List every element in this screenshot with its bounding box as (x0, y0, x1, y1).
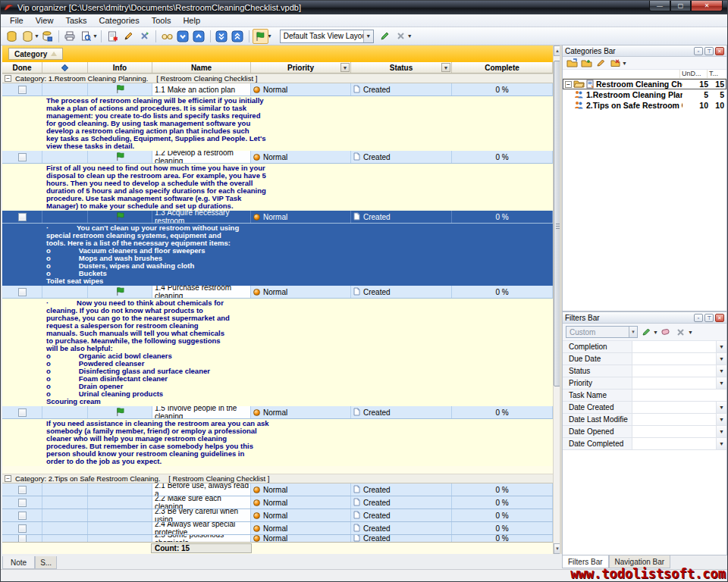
task-row[interactable]: 2.2 Make sure each cleaningNormalCreated… (2, 496, 553, 509)
name-cell[interactable]: 2.2 Make sure each cleaning (152, 496, 251, 508)
layout-combo[interactable]: Default Task View Layout ▼ (280, 30, 374, 43)
column-header-priority[interactable]: Priority▼ (251, 62, 351, 73)
task-row[interactable]: 1.1 Make an action planNormalCreated0 % (2, 83, 553, 96)
filter-value[interactable] (632, 402, 716, 413)
column-header-done[interactable]: Done (2, 62, 42, 73)
move-down-button[interactable] (175, 29, 191, 44)
status-cell[interactable]: Created (351, 211, 452, 223)
new-database-button[interactable] (4, 29, 20, 44)
task-row[interactable]: 2.4 Always wear special protectiveNormal… (2, 522, 553, 535)
done-checkbox[interactable] (18, 288, 27, 296)
categories-toolbar-overflow-icon[interactable]: ▼ (622, 61, 627, 66)
apply-filter-caret-icon[interactable]: ▼ (653, 330, 658, 335)
name-cell[interactable]: 2.5 Some poisonous chemicals (152, 535, 251, 542)
task-row[interactable]: 1.4 Purchase restroom cleaningNormalCrea… (2, 286, 553, 299)
layout-combo-dropdown-icon[interactable]: ▼ (363, 30, 373, 42)
status-cell[interactable]: Created (351, 483, 452, 496)
done-checkbox[interactable] (18, 524, 27, 533)
task-row[interactable]: 2.5 Some poisonous chemicalsNormalCreate… (2, 535, 553, 542)
status-cell[interactable]: Created (351, 496, 452, 508)
task-row[interactable]: 2.3 Be very careful when usingNormalCrea… (2, 509, 553, 522)
priority-cell[interactable]: Normal (251, 483, 351, 496)
categories-close-button[interactable]: ✕ (715, 47, 724, 55)
status-cell[interactable]: Created (351, 535, 452, 542)
status-cell[interactable]: Created (351, 286, 452, 298)
categories-pin-button[interactable]: ⊤ (704, 47, 714, 55)
delete-filter-button[interactable] (675, 327, 687, 337)
task-row[interactable]: 1.2 Develop a restroom cleaningNormalCre… (2, 151, 553, 164)
filter-dropdown-icon[interactable]: ▼ (716, 365, 726, 377)
priority-cell[interactable]: Normal (251, 406, 351, 418)
complete-cell[interactable]: 0 % (452, 406, 553, 418)
status-cell[interactable]: Created (351, 83, 452, 95)
menu-tasks[interactable]: Tasks (59, 15, 93, 26)
complete-cell[interactable]: 0 % (452, 522, 553, 534)
add-task-button[interactable]: ✱ (105, 29, 121, 44)
maximize-button[interactable]: ▢ (670, 1, 691, 11)
menu-view[interactable]: View (30, 15, 60, 26)
close-button[interactable]: ✕ (691, 1, 723, 11)
save-layout-button[interactable] (377, 29, 393, 44)
filters-toolbar-overflow-icon[interactable]: ▼ (688, 330, 693, 335)
filter-value[interactable] (632, 377, 716, 389)
column-header-name[interactable]: Name (152, 62, 251, 73)
priority-cell[interactable]: Normal (251, 151, 351, 163)
task-row[interactable]: 1.5 Involve people in the cleaningNormal… (2, 406, 553, 419)
priority-cell[interactable]: Normal (251, 211, 351, 223)
menu-file[interactable]: File (4, 15, 30, 26)
filter-dropdown-icon[interactable]: ▼ (716, 377, 726, 389)
menu-tools[interactable]: Tools (146, 15, 177, 26)
menu-help[interactable]: Help (177, 15, 206, 26)
priority-cell[interactable]: Normal (251, 83, 351, 95)
new-category-button[interactable] (566, 58, 578, 68)
save-database-button[interactable] (39, 29, 55, 44)
delete-category-button[interactable] (609, 58, 621, 68)
priority-cell[interactable]: Normal (251, 522, 351, 534)
priority-cell[interactable]: Normal (251, 535, 351, 542)
done-checkbox[interactable] (18, 535, 27, 542)
name-cell[interactable]: 1.4 Purchase restroom cleaning (152, 286, 251, 298)
name-cell[interactable]: 2.3 Be very careful when using (152, 509, 251, 521)
total-column-header[interactable]: T... (707, 70, 726, 78)
complete-cell[interactable]: 0 % (452, 496, 553, 508)
done-checkbox[interactable] (18, 408, 27, 417)
status-cell[interactable]: Created (351, 151, 452, 163)
edit-category-button[interactable] (595, 58, 607, 68)
status-cell[interactable]: Created (351, 522, 452, 534)
filter-dropdown-icon[interactable]: ▼ (716, 438, 726, 449)
status-cell[interactable]: Created (351, 509, 452, 521)
filter-preset-dropdown-icon[interactable]: ▼ (629, 327, 637, 337)
collapse-group-icon[interactable]: − (5, 75, 11, 82)
collapse-all-button[interactable] (230, 29, 246, 44)
complete-cell[interactable]: 0 % (452, 509, 553, 521)
categories-restore-button[interactable]: ▫ (694, 47, 703, 55)
status-filter-dropdown[interactable]: ▼ (441, 63, 450, 72)
filter-dropdown-icon[interactable]: ▼ (716, 341, 726, 352)
priority-filter-dropdown[interactable]: ▼ (340, 63, 350, 72)
category-tree-item[interactable]: 1.Restroom Cleaning Plannir55 (563, 89, 726, 100)
task-row[interactable]: 1.3 Acquire necessary restroomNormalCrea… (2, 211, 553, 224)
filter-dropdown-icon[interactable]: ▼ (716, 414, 726, 425)
tab-note[interactable]: Note (2, 556, 35, 569)
done-checkbox[interactable] (18, 153, 27, 161)
filters-restore-button[interactable]: ▫ (694, 314, 703, 322)
tab-s-collapsed[interactable]: S... (35, 556, 57, 569)
filter-dropdown-icon[interactable]: ▼ (716, 426, 726, 437)
column-header-indicator[interactable] (42, 62, 88, 73)
tree-collapse-icon[interactable]: − (565, 81, 572, 88)
group-row[interactable]: −Category: 1.Restroom Cleaning Planning.… (2, 74, 553, 83)
filter-dropdown-icon[interactable]: ▼ (716, 353, 726, 365)
filter-value[interactable] (632, 414, 716, 425)
menu-categories[interactable]: Categories (93, 15, 146, 26)
filter-value[interactable] (632, 438, 716, 449)
collapse-group-icon[interactable]: − (5, 475, 11, 482)
complete-cell[interactable]: 0 % (452, 535, 553, 542)
column-header-complete[interactable]: Complete (452, 62, 553, 73)
column-header-info[interactable]: Info (88, 62, 152, 73)
filters-close-button[interactable]: ✕ (715, 314, 724, 322)
complete-cell[interactable]: 0 % (452, 151, 553, 163)
group-by-category-button[interactable]: Category (8, 48, 63, 60)
priority-cell[interactable]: Normal (251, 496, 351, 508)
name-cell[interactable]: 1.5 Involve people in the cleaning (152, 406, 251, 418)
filter-value[interactable] (632, 341, 716, 352)
